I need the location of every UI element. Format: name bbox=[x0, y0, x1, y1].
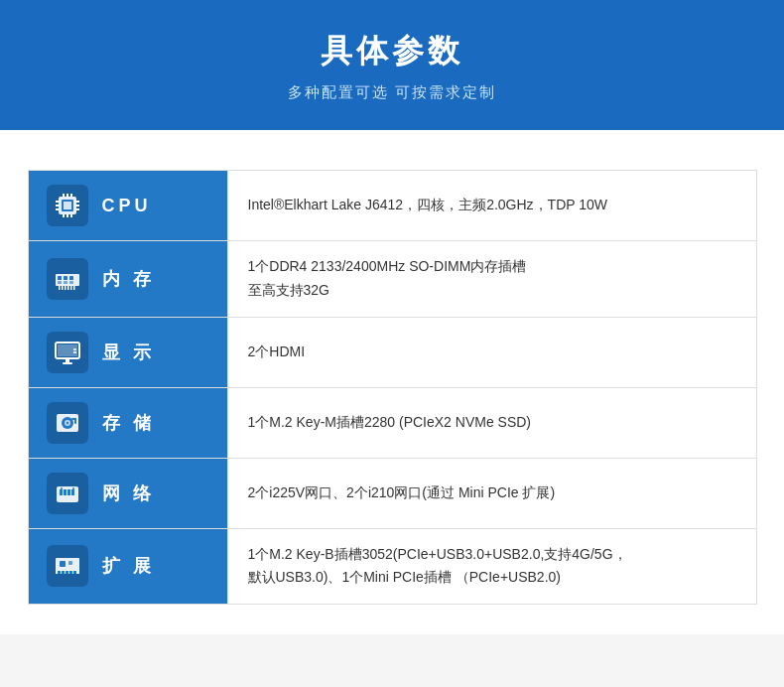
svg-rect-11 bbox=[56, 208, 59, 210]
display-value-text: 2个HDMI bbox=[248, 341, 306, 364]
svg-point-37 bbox=[65, 421, 67, 423]
svg-rect-27 bbox=[73, 286, 75, 290]
svg-rect-25 bbox=[67, 286, 69, 290]
specs-label-storage: 存 储 bbox=[29, 388, 227, 458]
svg-rect-8 bbox=[70, 214, 72, 217]
display-icon-svg bbox=[54, 339, 81, 366]
expansion-value-line1: 1个M.2 Key-B插槽3052(PCIe+USB3.0+USB2.0,支持4… bbox=[248, 543, 627, 567]
svg-rect-24 bbox=[65, 286, 66, 290]
memory-value-line2: 至高支持32G bbox=[248, 279, 527, 303]
svg-rect-6 bbox=[63, 214, 65, 217]
spacer bbox=[0, 130, 784, 170]
memory-value-inner: 1个DDR4 2133/2400MHz SO-DIMM内存插槽 至高支持32G bbox=[248, 255, 527, 303]
specs-label-expansion: 扩 展 bbox=[29, 529, 227, 605]
display-label: 显 示 bbox=[102, 341, 155, 364]
svg-rect-13 bbox=[76, 205, 79, 206]
svg-rect-54 bbox=[60, 561, 65, 567]
cpu-icon-svg bbox=[54, 192, 81, 219]
svg-rect-51 bbox=[65, 571, 68, 574]
svg-rect-5 bbox=[70, 194, 72, 197]
memory-label: 内 存 bbox=[102, 267, 155, 291]
specs-row-network: 网 络 2个i225V网口、2个i210网口(通过 Mini PCIe 扩展) bbox=[29, 459, 756, 529]
svg-point-46 bbox=[72, 487, 74, 489]
svg-rect-7 bbox=[66, 214, 68, 217]
svg-rect-32 bbox=[73, 348, 76, 350]
svg-rect-33 bbox=[73, 351, 76, 353]
specs-label-memory: 内 存 bbox=[29, 241, 227, 317]
network-label: 网 络 bbox=[102, 481, 155, 505]
header-banner: 具体参数 多种配置可选 可按需求定制 bbox=[0, 0, 784, 130]
expansion-label: 扩 展 bbox=[102, 554, 155, 578]
svg-rect-42 bbox=[64, 489, 66, 495]
svg-rect-50 bbox=[62, 571, 65, 574]
svg-rect-49 bbox=[58, 571, 61, 574]
svg-rect-30 bbox=[65, 358, 69, 362]
svg-rect-53 bbox=[73, 571, 76, 574]
specs-value-memory: 1个DDR4 2133/2400MHz SO-DIMM内存插槽 至高支持32G bbox=[227, 241, 756, 317]
storage-label: 存 储 bbox=[102, 411, 155, 435]
memory-icon bbox=[47, 258, 88, 300]
storage-icon-svg bbox=[54, 409, 81, 437]
svg-rect-14 bbox=[76, 208, 79, 210]
svg-rect-2 bbox=[64, 202, 71, 209]
page-wrapper: 具体参数 多种配置可选 可按需求定制 bbox=[0, 0, 784, 634]
specs-value-network: 2个i225V网口、2个i210网口(通过 Mini PCIe 扩展) bbox=[227, 459, 756, 528]
display-icon bbox=[47, 332, 88, 373]
svg-rect-43 bbox=[67, 489, 70, 495]
svg-rect-31 bbox=[63, 362, 72, 364]
expansion-value-inner: 1个M.2 Key-B插槽3052(PCIe+USB3.0+USB2.0,支持4… bbox=[248, 543, 627, 591]
memory-icon-svg bbox=[54, 265, 81, 293]
specs-table: CPU Intel®Elkhart Lake J6412，四核，主频2.0GHz… bbox=[28, 170, 757, 605]
specs-row-cpu: CPU Intel®Elkhart Lake J6412，四核，主频2.0GHz… bbox=[29, 171, 756, 241]
specs-row-display: 显 示 2个HDMI bbox=[29, 318, 756, 388]
network-icon-svg bbox=[54, 480, 81, 507]
specs-row-expansion: 扩 展 1个M.2 Key-B插槽3052(PCIe+USB3.0+USB2.0… bbox=[29, 529, 756, 605]
svg-rect-26 bbox=[70, 286, 72, 290]
svg-rect-10 bbox=[56, 205, 59, 206]
network-icon bbox=[47, 473, 88, 514]
svg-rect-22 bbox=[59, 286, 61, 290]
svg-rect-21 bbox=[69, 281, 73, 284]
svg-rect-41 bbox=[60, 489, 63, 495]
cpu-icon bbox=[47, 185, 88, 226]
svg-rect-23 bbox=[62, 286, 64, 290]
specs-row-storage: 存 储 1个M.2 Key-M插槽2280 (PCIeX2 NVMe SSD) bbox=[29, 388, 756, 459]
svg-rect-19 bbox=[58, 281, 62, 284]
specs-value-expansion: 1个M.2 Key-B插槽3052(PCIe+USB3.0+USB2.0,支持4… bbox=[227, 529, 756, 605]
cpu-value-text: Intel®Elkhart Lake J6412，四核，主频2.0GHz，TDP… bbox=[248, 194, 608, 217]
specs-value-display: 2个HDMI bbox=[227, 318, 756, 387]
specs-value-storage: 1个M.2 Key-M插槽2280 (PCIeX2 NVMe SSD) bbox=[227, 388, 756, 458]
svg-rect-52 bbox=[69, 571, 72, 574]
svg-rect-12 bbox=[76, 201, 79, 203]
specs-label-display: 显 示 bbox=[29, 318, 227, 387]
storage-value-text: 1个M.2 Key-M插槽2280 (PCIeX2 NVMe SSD) bbox=[248, 411, 532, 435]
specs-value-cpu: Intel®Elkhart Lake J6412，四核，主频2.0GHz，TDP… bbox=[227, 171, 756, 240]
memory-value-line1: 1个DDR4 2133/2400MHz SO-DIMM内存插槽 bbox=[248, 255, 527, 279]
svg-point-45 bbox=[61, 487, 63, 489]
svg-rect-17 bbox=[64, 276, 67, 280]
header-subtitle: 多种配置可选 可按需求定制 bbox=[20, 83, 764, 102]
network-value-text: 2个i225V网口、2个i210网口(通过 Mini PCIe 扩展) bbox=[248, 481, 556, 505]
cpu-label: CPU bbox=[102, 196, 152, 216]
bottom-spacer bbox=[0, 605, 784, 634]
svg-rect-16 bbox=[58, 276, 62, 280]
svg-rect-39 bbox=[74, 418, 76, 424]
expansion-icon-svg bbox=[54, 552, 81, 580]
svg-rect-20 bbox=[64, 281, 67, 284]
expansion-value-line2: 默认USB3.0)、1个Mini PCIe插槽 （PCIe+USB2.0) bbox=[248, 566, 627, 590]
svg-rect-44 bbox=[71, 489, 74, 495]
expansion-icon bbox=[47, 545, 88, 587]
svg-rect-4 bbox=[66, 194, 68, 197]
specs-label-cpu: CPU bbox=[29, 171, 227, 240]
svg-rect-18 bbox=[69, 276, 73, 280]
svg-rect-9 bbox=[56, 201, 59, 203]
specs-row-memory: 内 存 1个DDR4 2133/2400MHz SO-DIMM内存插槽 至高支持… bbox=[29, 241, 756, 318]
svg-rect-3 bbox=[63, 194, 65, 197]
storage-icon bbox=[47, 402, 88, 444]
specs-label-network: 网 络 bbox=[29, 459, 227, 528]
header-title: 具体参数 bbox=[20, 30, 764, 73]
svg-rect-55 bbox=[68, 561, 72, 565]
